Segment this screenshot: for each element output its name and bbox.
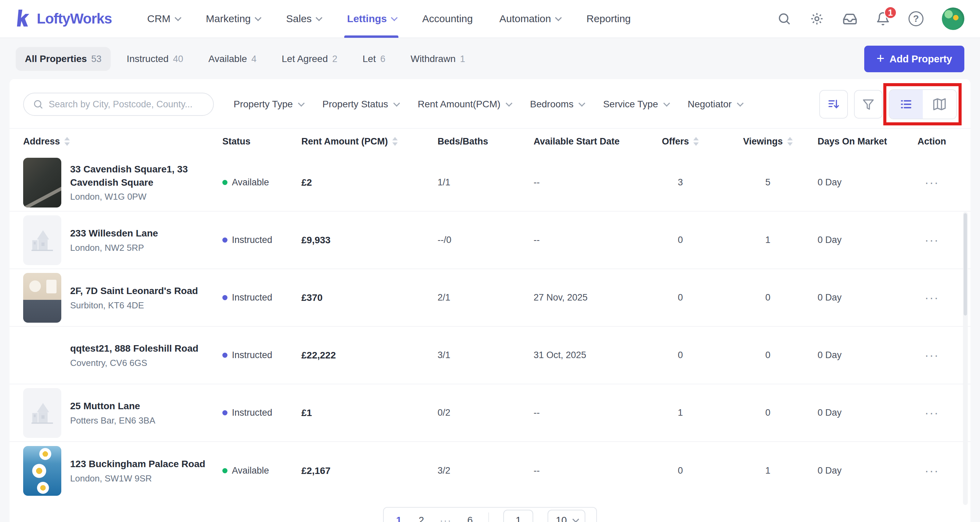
col-address[interactable]: Address [23, 136, 222, 147]
search-input[interactable] [49, 99, 204, 110]
add-property-button[interactable]: + Add Property [864, 46, 964, 72]
inbox-tray-icon[interactable] [842, 11, 858, 26]
map-view-button[interactable] [923, 90, 956, 118]
sort-carets-icon [64, 137, 70, 146]
status-dot [222, 180, 228, 185]
filter-property-status[interactable]: Property Status [323, 99, 398, 110]
col-viewings[interactable]: Viewings [718, 136, 818, 147]
viewings-count: 1 [718, 465, 818, 476]
property-address[interactable]: 25 Mutton Lane [70, 400, 155, 413]
nav-item-crm[interactable]: CRM [147, 0, 179, 38]
nav-utilities: 1 ? [777, 8, 964, 30]
row-actions-ellipsis-icon[interactable]: ··· [907, 237, 957, 243]
row-actions-ellipsis-icon[interactable]: ··· [907, 295, 957, 301]
filter-service-type[interactable]: Service Type [603, 99, 668, 110]
filter-rent-amount[interactable]: Rent Amount(PCM) [418, 99, 511, 110]
table-scrollbar[interactable] [963, 212, 968, 505]
row-actions-ellipsis-icon[interactable]: ··· [907, 468, 957, 474]
col-beds-baths: Beds/Baths [438, 136, 534, 147]
view-toggle-wrap [889, 89, 957, 119]
offers-count: 1 [643, 407, 718, 418]
days-on-market: 0 Day [818, 465, 907, 476]
table-row[interactable]: 233 Willesden Lane London, NW2 5RP Instr… [10, 212, 970, 269]
status-dot [222, 295, 228, 300]
list-view-button[interactable] [889, 90, 923, 118]
house-icon [30, 401, 54, 425]
property-address[interactable]: 233 Willesden Lane [70, 227, 158, 240]
viewings-count: 0 [718, 350, 818, 361]
filter-button[interactable] [854, 90, 883, 118]
property-photo-placeholder [23, 388, 61, 438]
tab-let[interactable]: Let6 [353, 47, 395, 71]
brand[interactable]: LoftyWorks [16, 9, 112, 29]
nav-item-accounting[interactable]: Accounting [422, 0, 473, 38]
property-address[interactable]: 123 Buckingham Palace Road [70, 458, 205, 471]
nav-item-automation[interactable]: Automation [499, 0, 560, 38]
nav-item-reporting[interactable]: Reporting [586, 0, 631, 38]
chevron-down-icon [175, 14, 181, 21]
status-dot [222, 410, 228, 415]
rent-amount: £370 [301, 292, 438, 303]
status-label: Instructed [232, 292, 272, 303]
tab-available[interactable]: Available4 [199, 47, 266, 71]
pages-ellipsis-icon[interactable]: ··· [440, 515, 452, 522]
filter-row: Property Type Property Status Rent Amoun… [10, 79, 970, 129]
property-location: London, SW1W 9SR [70, 473, 205, 484]
chevron-down-icon [663, 100, 670, 107]
days-on-market: 0 Day [818, 407, 907, 418]
status-label: Instructed [232, 407, 272, 418]
help-icon[interactable]: ? [908, 11, 923, 26]
property-tabs-row: All Properties53 Instructed40 Available4… [0, 38, 980, 79]
page-2[interactable]: 2 [417, 515, 425, 522]
tab-instructed[interactable]: Instructed40 [118, 47, 192, 71]
page-jump-input-wrap[interactable] [503, 510, 533, 522]
filter-bedrooms[interactable]: Bedrooms [530, 99, 584, 110]
table-row[interactable]: 123 Buckingham Palace Road London, SW1W … [10, 442, 970, 500]
page-size-select[interactable]: 10 [547, 510, 585, 522]
filter-property-type[interactable]: Property Type [234, 99, 303, 110]
row-actions-ellipsis-icon[interactable]: ··· [907, 352, 957, 358]
page-jump-input[interactable] [508, 515, 528, 522]
row-actions-ellipsis-icon[interactable]: ··· [907, 180, 957, 186]
beds-baths: 3/2 [438, 465, 534, 476]
status-dot [222, 238, 228, 243]
nav-item-marketing[interactable]: Marketing [206, 0, 260, 38]
nav-item-sales[interactable]: Sales [286, 0, 320, 38]
col-offers[interactable]: Offers [643, 136, 718, 147]
beds-baths: 1/1 [438, 177, 534, 188]
tab-withdrawn[interactable]: Withdrawn1 [401, 47, 474, 71]
status-dot [222, 353, 228, 358]
nav-item-lettings[interactable]: Lettings [347, 0, 396, 38]
property-address[interactable]: qqtest21, 888 Foleshill Road [70, 342, 199, 355]
user-avatar[interactable] [942, 8, 964, 30]
table-row[interactable]: 2F, 7D Saint Leonard's Road Surbiton, KT… [10, 269, 970, 327]
tab-all-properties[interactable]: All Properties53 [16, 47, 111, 71]
tab-let-agreed[interactable]: Let Agreed2 [272, 47, 346, 71]
sort-button[interactable] [819, 90, 848, 118]
property-address[interactable]: 33 Cavendish Square1, 33 Cavendish Squar… [70, 163, 210, 189]
search-icon[interactable] [777, 11, 791, 26]
days-on-market: 0 Day [818, 350, 907, 361]
col-rent[interactable]: Rent Amount (PCM) [301, 136, 438, 147]
notifications-bell-icon[interactable]: 1 [876, 11, 890, 26]
settings-gear-icon[interactable] [810, 11, 824, 26]
property-address[interactable]: 2F, 7D Saint Leonard's Road [70, 284, 198, 298]
property-location: London, W1G 0PW [70, 192, 210, 202]
offers-count: 3 [643, 177, 718, 188]
row-actions-ellipsis-icon[interactable]: ··· [907, 410, 957, 416]
start-date: 27 Nov, 2025 [534, 292, 643, 303]
pagination: 1 2 ··· 6 10 [383, 507, 597, 522]
plus-icon: + [877, 51, 884, 65]
viewings-count: 1 [718, 235, 818, 245]
chevron-down-icon [579, 100, 585, 107]
page-6[interactable]: 6 [466, 515, 474, 522]
table-row[interactable]: 33 Cavendish Square1, 33 Cavendish Squar… [10, 154, 970, 212]
filter-negotiator[interactable]: Negotiator [688, 99, 741, 110]
beds-baths: 0/2 [438, 407, 534, 418]
table-row[interactable]: 25 Mutton Lane Potters Bar, EN6 3BA Inst… [10, 384, 970, 442]
scrollbar-thumb[interactable] [964, 213, 967, 316]
table-row[interactable]: qqtest21, 888 Foleshill Road Coventry, C… [10, 327, 970, 384]
days-on-market: 0 Day [818, 292, 907, 303]
search-input-wrap[interactable] [23, 93, 214, 116]
page-1[interactable]: 1 [395, 515, 403, 522]
